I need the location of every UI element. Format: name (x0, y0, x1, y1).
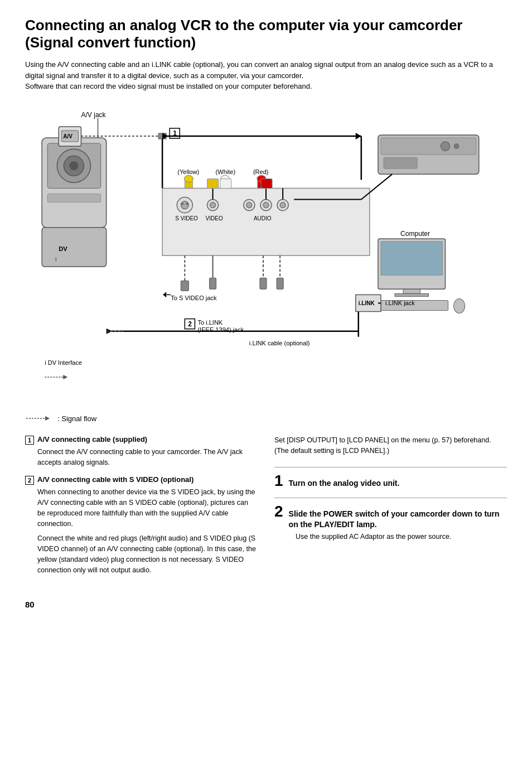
intro-text: Using the A/V connecting cable and an i.… (25, 59, 507, 92)
left-column: 1 A/V connecting cable (supplied) Connec… (25, 435, 258, 584)
right-column: Set [DISP OUTPUT] to [LCD PANEL] on the … (274, 435, 507, 584)
svg-text:(Red): (Red) (253, 168, 269, 175)
signal-flow-arrow (25, 414, 53, 422)
step-2: 2 Slide the POWER switch of your camcord… (274, 504, 507, 542)
step-2-body: Use the supplied AC Adaptor as the power… (296, 532, 507, 542)
signal-flow-legend: : Signal flow (25, 414, 507, 423)
svg-rect-89 (261, 179, 272, 188)
svg-text:To S VIDEO jack: To S VIDEO jack (171, 295, 217, 301)
svg-line-82 (361, 174, 392, 199)
svg-text:i.LINK jack: i.LINK jack (385, 300, 415, 306)
svg-point-45 (181, 202, 183, 205)
svg-point-41 (454, 298, 465, 313)
numbered-item-2: 2 A/V connecting cable with S VIDEO (opt… (25, 475, 258, 575)
item-2-body2: Connect the white and red plugs (left/ri… (37, 533, 258, 575)
step-2-title: Slide the POWER switch of your camcorder… (289, 509, 507, 529)
step-2-number: 2 (274, 504, 283, 519)
svg-rect-65 (277, 278, 283, 289)
svg-text:AUDIO: AUDIO (254, 215, 272, 221)
svg-text:i DV Interface: i DV Interface (45, 359, 82, 366)
signal-flow-text: : Signal flow (57, 414, 96, 423)
svg-rect-61 (210, 278, 216, 289)
svg-point-5 (69, 161, 78, 170)
svg-rect-59 (181, 281, 188, 291)
svg-rect-39 (395, 293, 428, 296)
numbered-item-1: 1 A/V connecting cable (supplied) Connec… (25, 435, 258, 468)
item-2-body1: When connecting to another device via th… (37, 487, 258, 529)
svg-rect-87 (207, 179, 219, 188)
svg-point-44 (181, 201, 188, 209)
svg-rect-63 (260, 278, 267, 289)
svg-marker-94 (63, 375, 67, 379)
svg-text:S VIDEO: S VIDEO (175, 215, 198, 221)
item-2-title: A/V connecting cable with S VIDEO (optio… (37, 475, 194, 484)
svg-text:(Yellow): (Yellow) (177, 168, 199, 175)
item-1-body: Connect the A/V connecting cable to your… (37, 447, 258, 468)
item-num-1: 1 (25, 436, 34, 445)
svg-marker-96 (45, 416, 50, 421)
svg-text:i: i (55, 257, 56, 262)
diagram: A/V jack DV i A/V 1 (Yell (25, 102, 507, 403)
svg-point-49 (210, 202, 216, 208)
svg-point-56 (280, 202, 286, 208)
step-1: 1 Turn on the analog video unit. (274, 473, 507, 489)
svg-rect-32 (384, 157, 417, 168)
svg-text:i.LINK: i.LINK (359, 300, 375, 306)
svg-text:2: 2 (188, 320, 192, 327)
svg-point-46 (186, 202, 188, 205)
svg-point-34 (454, 143, 460, 149)
page-number: 80 (25, 600, 507, 609)
svg-rect-7 (42, 228, 107, 267)
svg-rect-38 (403, 289, 420, 293)
divider-2 (274, 498, 507, 498)
item-1-title: A/V connecting cable (supplied) (37, 435, 147, 443)
svg-point-21 (184, 175, 193, 182)
divider-1 (274, 467, 507, 467)
svg-text:VIDEO: VIDEO (205, 215, 223, 221)
svg-marker-67 (163, 292, 166, 297)
page-title: Connecting an analog VCR to the computer… (25, 17, 507, 51)
svg-point-54 (263, 202, 269, 208)
svg-text:(White): (White) (216, 168, 236, 175)
svg-rect-88 (220, 179, 231, 188)
step-1-title: Turn on the analog video unit. (289, 478, 400, 488)
svg-text:i.LINK cable (optional): i.LINK cable (optional) (249, 340, 310, 346)
item-num-2: 2 (25, 476, 34, 485)
svg-point-33 (441, 142, 449, 151)
svg-text:To i.LINK: To i.LINK (197, 319, 223, 325)
set-disp-text: Set [DISP OUTPUT] to [LCD PANEL] on the … (274, 435, 507, 456)
svg-marker-91 (356, 133, 361, 139)
step-1-number: 1 (274, 473, 283, 489)
svg-rect-31 (381, 138, 476, 155)
svg-rect-6 (47, 194, 100, 202)
svg-text:A/V: A/V (63, 133, 72, 139)
svg-text:Computer: Computer (400, 230, 430, 238)
svg-point-52 (246, 202, 252, 208)
svg-rect-37 (381, 242, 443, 275)
svg-text:DV: DV (59, 245, 67, 252)
av-jack-label: A/V jack (81, 111, 106, 119)
